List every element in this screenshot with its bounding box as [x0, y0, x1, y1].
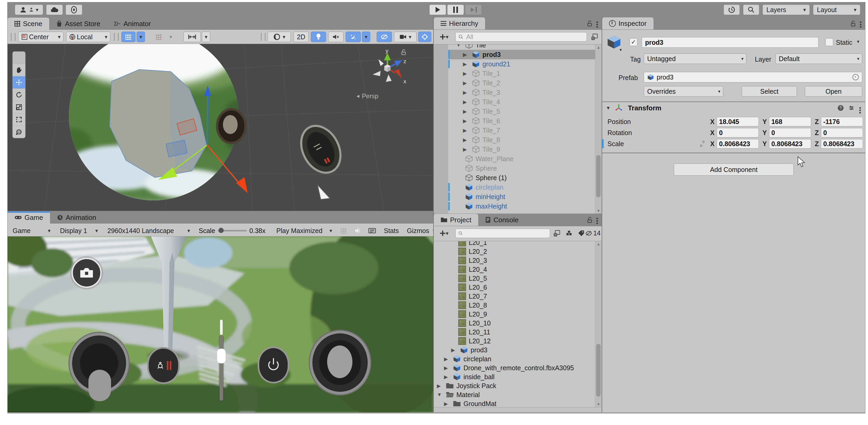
throttle-slider-track[interactable] [219, 336, 223, 401]
effects-toggle-button[interactable] [346, 32, 361, 42]
scale-z-field[interactable]: 0.8068423 [821, 139, 863, 149]
hierarchy-search-window-button[interactable] [588, 32, 600, 42]
project-row[interactable]: L20_10 [434, 318, 595, 328]
camera-settings-dropdown[interactable] [394, 32, 416, 42]
toolbar-drag-handle[interactable] [11, 33, 16, 41]
undo-history-button[interactable] [723, 4, 740, 15]
hierarchy-create-button[interactable] [436, 32, 453, 42]
scale-slider-thumb[interactable] [218, 228, 224, 233]
play-button[interactable] [429, 4, 446, 15]
mute-audio-button[interactable] [351, 225, 365, 236]
scroll-thumb[interactable] [596, 344, 600, 397]
inspector-menu-icon[interactable] [860, 21, 861, 23]
hierarchy-row[interactable]: Tile_1 [448, 69, 595, 78]
maximize-dropdown[interactable]: Play Maximized [273, 225, 336, 236]
2d-toggle-button[interactable]: 2D [293, 32, 309, 42]
scroll-down-icon[interactable]: ▼ [595, 208, 602, 214]
draw-mode-dropdown[interactable] [268, 32, 291, 42]
hierarchy-row[interactable]: prod3 [448, 50, 595, 59]
tab-asset-store[interactable]: Asset Store [49, 18, 107, 30]
hidden-count[interactable]: 14 [585, 230, 600, 237]
inspector-lock-icon[interactable] [850, 20, 856, 27]
tab-project[interactable]: Project [434, 214, 478, 226]
capture-button[interactable] [337, 225, 350, 236]
space-mode-dropdown[interactable]: Local [66, 32, 110, 42]
help-icon[interactable]: ? [838, 105, 843, 111]
overrides-dropdown[interactable]: Overrides▾ [644, 86, 723, 97]
position-y-field[interactable]: 168 [769, 117, 811, 126]
scale-y-field[interactable]: 0.8068423 [769, 139, 811, 149]
move-snap-button[interactable] [183, 32, 201, 42]
hierarchy-lock-icon[interactable] [587, 20, 593, 27]
tab-animator[interactable]: Animator [107, 18, 158, 30]
hierarchy-row[interactable]: Water_Plane [448, 154, 595, 163]
expand-arrow-icon[interactable] [463, 118, 472, 124]
project-create-button[interactable] [436, 228, 453, 239]
transform-tool[interactable] [12, 126, 25, 138]
rotation-x-field[interactable]: 0 [717, 128, 759, 138]
scroll-up-icon[interactable]: ▲ [595, 241, 602, 247]
project-row[interactable]: L20_5 [434, 274, 595, 283]
right-joystick[interactable] [310, 331, 370, 394]
pivot-mode-dropdown[interactable]: Center [18, 32, 63, 42]
expand-arrow-icon[interactable] [463, 99, 472, 105]
step-button[interactable] [465, 4, 482, 15]
hierarchy-search[interactable] [455, 32, 587, 41]
project-row[interactable]: L20_7 [434, 292, 595, 301]
tab-hierarchy[interactable]: Hierarchy [434, 18, 485, 30]
orientation-gizmo[interactable]: y z x [365, 48, 410, 92]
tools-drag-handle[interactable] [12, 52, 25, 64]
expand-arrow-icon[interactable] [463, 90, 472, 96]
game-viewport[interactable] [8, 237, 433, 412]
scale-x-field[interactable]: 0.8068423 [717, 139, 759, 149]
snap-increment-button[interactable] [152, 32, 166, 42]
game-display-mode-dropdown[interactable]: Game [9, 225, 54, 236]
prefab-select-button[interactable]: Select [742, 86, 797, 97]
project-row[interactable]: L20_6 [434, 283, 595, 292]
prefab-field[interactable]: prod3 [644, 72, 862, 83]
project-scrollbar[interactable]: ▲ ▼ [595, 241, 602, 407]
hierarchy-row[interactable]: ground21 [448, 59, 595, 69]
hierarchy-row[interactable]: circleplan [448, 182, 595, 192]
static-checkbox[interactable] [825, 38, 833, 46]
display-dropdown[interactable]: Display 1 [57, 225, 101, 236]
hierarchy-row[interactable]: Tile_2 [448, 78, 595, 88]
project-row[interactable]: L20_11 [434, 328, 595, 336]
project-row[interactable]: inside_ball [434, 372, 595, 381]
hierarchy-scrollbar[interactable]: ▲ ▼ [595, 44, 602, 214]
component-menu-icon[interactable] [859, 107, 861, 109]
hierarchy-row[interactable]: Tile [448, 44, 595, 50]
expand-arrow-icon[interactable] [444, 374, 453, 380]
position-z-field[interactable]: -1176 [821, 117, 863, 126]
audio-toggle-button[interactable] [328, 32, 343, 42]
hierarchy-row[interactable]: Tile_6 [448, 116, 595, 126]
static-caret[interactable]: ▾ [857, 39, 859, 44]
expand-arrow-icon[interactable] [437, 392, 446, 398]
layout-dropdown[interactable]: Layout [813, 4, 860, 15]
rotate-tool[interactable] [12, 89, 25, 101]
drone-pause-button[interactable] [147, 347, 180, 384]
transform-header[interactable]: ▼ Transform ? [602, 102, 865, 114]
expand-arrow-icon[interactable] [444, 365, 453, 371]
tab-inspector[interactable]: Inspector [602, 18, 653, 30]
scroll-thumb[interactable] [596, 155, 600, 197]
position-x-field[interactable]: 18.045 [717, 117, 759, 126]
expand-arrow-icon[interactable] [463, 70, 472, 77]
foldout-arrow-icon[interactable]: ▼ [606, 105, 611, 111]
project-search-input[interactable] [465, 230, 547, 237]
scroll-up-icon[interactable]: ▲ [595, 44, 602, 50]
hierarchy-row[interactable]: Tile_9 [448, 145, 595, 154]
tab-console[interactable]: Console [478, 214, 525, 226]
presets-icon[interactable] [848, 105, 855, 111]
project-row[interactable]: L20_12 [434, 336, 595, 345]
project-row[interactable]: prod3 [434, 345, 595, 355]
project-row[interactable]: Drone_with_remote_control.fbxA3095 [434, 363, 595, 372]
prefab-header-caret[interactable]: ▾ [620, 47, 622, 53]
tab-animation[interactable]: Animation [50, 211, 103, 223]
left-joystick-thumb[interactable] [88, 370, 111, 401]
expand-arrow-icon[interactable] [456, 44, 465, 48]
project-row[interactable]: L20_8 [434, 301, 595, 310]
expand-arrow-icon[interactable] [463, 127, 472, 133]
gizmo-lock-icon[interactable] [401, 49, 407, 56]
move-snap-dropdown[interactable] [202, 32, 210, 42]
